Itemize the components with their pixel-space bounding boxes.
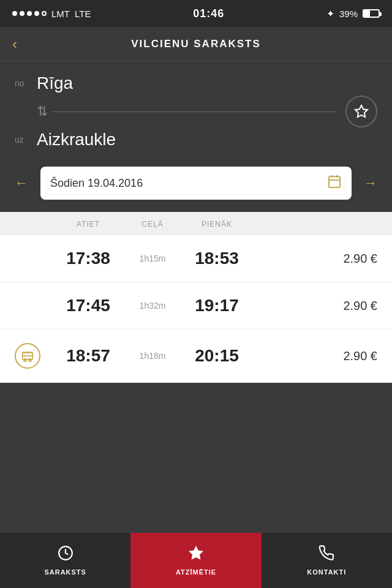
tab-saraksts[interactable]: SARAKSTS [0, 533, 130, 588]
dot2 [20, 11, 24, 16]
swap-arrows-icon[interactable]: ⇅ [37, 104, 48, 119]
from-row: no Rīga [15, 74, 377, 93]
calendar-icon [327, 174, 342, 192]
back-button[interactable]: ‹ [12, 36, 17, 53]
row-icon-col [15, 343, 51, 369]
depart-time-2: 17:45 [51, 296, 125, 315]
svg-marker-0 [355, 105, 368, 117]
status-right: ✦ 39% [326, 8, 380, 20]
svg-point-6 [24, 360, 26, 362]
to-city[interactable]: Aizkraukle [37, 130, 116, 149]
date-display: Šodien 19.04.2016 [50, 177, 143, 190]
travel-time-2: 1h32m [125, 301, 180, 311]
to-row: uz Aizkraukle [15, 130, 377, 149]
route-middle: ⇅ [15, 96, 377, 127]
bluetooth-icon: ✦ [326, 8, 334, 20]
header-atiet: ATIET [51, 218, 125, 229]
depart-time-3: 18:57 [51, 346, 125, 366]
table-row[interactable]: 18:57 1h18m 20:15 2.90 € [0, 330, 392, 383]
from-city[interactable]: Rīga [37, 74, 73, 93]
header-pienak: PIENĀK [180, 218, 254, 229]
bus-icon [15, 343, 40, 369]
arrive-time-2: 19:17 [180, 296, 254, 315]
status-bar: LMT LTE 01:46 ✦ 39% [0, 0, 392, 27]
favorite-button[interactable] [345, 96, 377, 127]
table-row[interactable]: 17:38 1h15m 18:53 2.90 € [0, 235, 392, 282]
tab-atzimetie-label: ATZĪMĒTIE [176, 568, 216, 576]
route-section: no Rīga ⇅ uz Aizkraukle [0, 61, 392, 167]
date-section: ← Šodien 19.04.2016 → [0, 167, 392, 212]
arrive-time-1: 18:53 [180, 249, 254, 268]
travel-time-1: 1h15m [125, 254, 180, 263]
status-left: LMT LTE [12, 9, 91, 19]
price-1: 2.90 € [254, 252, 377, 266]
dot4 [34, 11, 39, 16]
network-label: LTE [75, 9, 91, 19]
carrier-label: LMT [51, 9, 70, 19]
price-2: 2.90 € [254, 299, 377, 313]
clock-icon [58, 545, 74, 565]
phone-icon [318, 545, 334, 565]
depart-time-1: 17:38 [51, 249, 125, 268]
nav-title: VILCIENU SARAKSTS [131, 38, 261, 50]
tab-bar: SARAKSTS ATZĪMĒTIE KONTAKTI [0, 533, 392, 588]
dot3 [27, 11, 32, 16]
tab-atzimetie[interactable]: ATZĪMĒTIE [130, 533, 261, 588]
date-picker[interactable]: Šodien 19.04.2016 [40, 167, 352, 200]
prev-date-button[interactable]: ← [10, 170, 33, 196]
dot1 [12, 11, 17, 16]
route-divider [53, 111, 336, 112]
svg-rect-1 [329, 176, 340, 187]
star-icon [188, 545, 204, 565]
train-list: 17:38 1h15m 18:53 2.90 € 17:45 1h32m 19:… [0, 235, 392, 383]
table-header: ATIET CEĻĀ PIENĀK [0, 212, 392, 235]
tab-kontakti-label: KONTAKTI [307, 568, 346, 576]
status-time: 01:46 [193, 7, 224, 20]
tab-saraksts-label: SARAKSTS [44, 568, 86, 576]
dot5 [42, 11, 47, 16]
svg-point-7 [29, 360, 31, 362]
travel-time-3: 1h18m [125, 351, 180, 361]
battery-icon [363, 9, 380, 18]
from-label: no [15, 78, 37, 88]
nav-bar: ‹ VILCIENU SARAKSTS [0, 27, 392, 61]
svg-marker-9 [189, 546, 203, 559]
table-row[interactable]: 17:45 1h32m 19:17 2.90 € [0, 282, 392, 330]
next-date-button[interactable]: → [359, 170, 382, 196]
tab-kontakti[interactable]: KONTAKTI [262, 533, 392, 588]
battery-percent: 39% [339, 9, 358, 19]
signal-dots [12, 11, 47, 16]
header-cela: CEĻĀ [125, 218, 180, 229]
price-3: 2.90 € [254, 349, 377, 363]
arrive-time-3: 20:15 [180, 346, 254, 366]
to-label: uz [15, 135, 37, 145]
